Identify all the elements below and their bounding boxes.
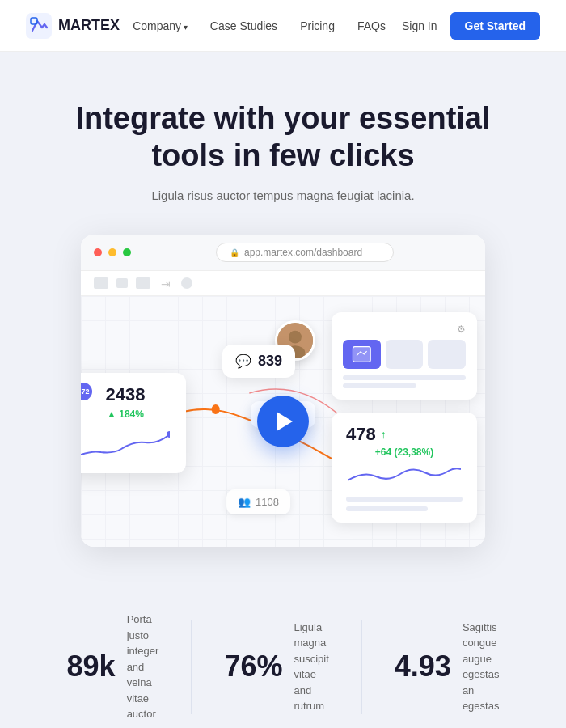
mini-chart (81, 426, 170, 462)
nav-link-pricing[interactable]: Pricing (300, 19, 335, 32)
stat-block-2: 4.93 Sagittis congue augue egestas an eg… (361, 620, 532, 714)
people-card: 👥 1108 (226, 489, 290, 514)
nav-item-casestudies[interactable]: Case Studies (210, 19, 277, 33)
toolbar-grid-icon (94, 277, 108, 289)
dot-yellow (108, 248, 116, 256)
design-card: ⚙ (332, 312, 477, 400)
browser-bar: 🔒 app.martex.com/dashboard (81, 235, 485, 271)
nav-item-faqs[interactable]: FAQs (357, 19, 386, 33)
toolbar-arrow-icon: ⇥ (158, 277, 173, 289)
design-thumb-2 (386, 340, 424, 369)
logo: MARTEX (26, 13, 120, 39)
stat-value-1: 76% (224, 650, 282, 684)
nav-link-casestudies[interactable]: Case Studies (210, 19, 277, 32)
stats-row: 89k Porta justo integer and velna vitae … (0, 579, 566, 728)
stat-desc-2: Sagittis congue augue egestas an egestas (463, 620, 500, 714)
design-line-1 (343, 375, 466, 380)
toolbar-list-icon (116, 278, 128, 288)
hero-subtext: Ligula risus auctor tempus magna feugiat… (49, 188, 517, 202)
stats-right-change: +64 (23,38%) (346, 447, 463, 458)
nav-link-company[interactable]: Company (133, 19, 188, 32)
url-bar: 🔒 app.martex.com/dashboard (216, 243, 394, 262)
dot-red (94, 248, 102, 256)
get-started-button[interactable]: Get Started (450, 12, 540, 40)
toolbar-layout-icon (136, 277, 150, 289)
nav-item-pricing[interactable]: Pricing (300, 19, 335, 33)
nav-link-faqs[interactable]: FAQs (357, 19, 386, 32)
stat-change: ▲ 184% (81, 408, 170, 420)
browser-mockup: 🔒 app.martex.com/dashboard ⇥ (81, 235, 485, 547)
toolbar-clock-icon (181, 277, 192, 289)
stat-value-0: 89k (67, 650, 116, 684)
stat-desc-0: Porta justo integer and velna vitae auct… (127, 612, 159, 722)
design-thumb-3 (428, 340, 466, 369)
url-text: app.martex.com/dashboard (244, 247, 362, 258)
svg-rect-6 (353, 347, 370, 362)
line-bar-2 (346, 506, 428, 511)
nav-links: Company Case Studies Pricing FAQs (133, 19, 386, 33)
stats-right-value: 478 ↑ (346, 424, 463, 445)
lock-icon: 🔒 (230, 248, 239, 257)
play-icon (277, 412, 293, 431)
stat-block-1: 76% Ligula magna suscipit vitae and rutr… (191, 620, 361, 714)
line-bar-1 (346, 497, 463, 502)
chat-card: 💬 839 (222, 345, 295, 378)
settings-icon: ⚙ (457, 324, 466, 335)
signin-link[interactable]: Sign In (402, 19, 437, 32)
stat-value-2: 4.93 (395, 650, 451, 684)
hero-section: Integrate with your essential tools in f… (0, 52, 566, 579)
logo-text: MARTEX (58, 17, 120, 34)
design-line-2 (343, 383, 416, 388)
navbar: MARTEX Company Case Studies Pricing FAQs… (0, 0, 566, 52)
stat-desc-1: Ligula magna suscipit vitae and rutrum (294, 620, 328, 714)
play-button[interactable] (257, 396, 309, 447)
stat-card-left: 872 2438 ▲ 184% (81, 373, 186, 473)
people-value: 1108 (256, 496, 279, 508)
design-grid (343, 340, 466, 369)
people-icon: 👥 (238, 496, 251, 508)
stats-right-card: 478 ↑ +64 (23,38%) (332, 413, 477, 523)
stat-main-value: 2438 (81, 384, 170, 405)
dashboard-content: 💬 839 ♥ 1,749 872 2438 ▲ 184% (81, 296, 485, 547)
browser-toolbar: ⇥ (81, 271, 485, 296)
stat-block-0: 89k Porta justo integer and velna vitae … (35, 612, 192, 722)
arrow-up-icon: ↑ (381, 428, 386, 441)
chat-icon: 💬 (235, 353, 251, 369)
hero-headline: Integrate with your essential tools in f… (49, 100, 517, 174)
design-thumb-selected (343, 340, 381, 369)
chat-value: 839 (258, 353, 282, 370)
design-lines (343, 375, 466, 388)
dot-green (123, 248, 131, 256)
svg-point-3 (289, 331, 302, 344)
svg-rect-0 (26, 13, 52, 39)
nav-item-company[interactable]: Company (133, 19, 188, 33)
